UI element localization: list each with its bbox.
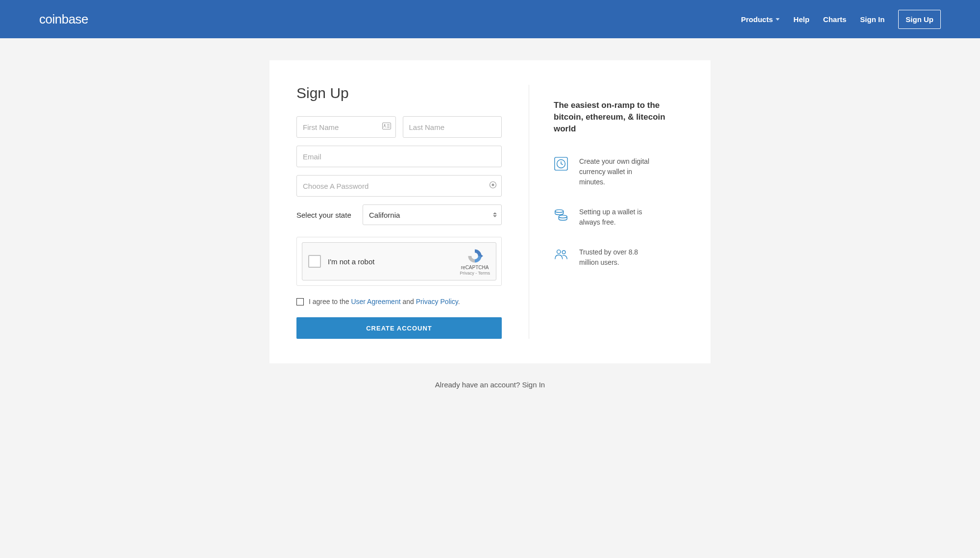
create-account-button[interactable]: CREATE ACCOUNT: [296, 317, 502, 339]
svg-point-11: [559, 215, 567, 218]
primary-nav: Products Help Charts Sign In Sign Up: [741, 10, 941, 29]
clock-icon: [554, 156, 568, 171]
chevron-down-icon: [776, 18, 780, 21]
nav-signup-button[interactable]: Sign Up: [898, 10, 941, 29]
svg-point-13: [562, 251, 565, 254]
feature-item: Trusted by over 8.8 million users.: [554, 247, 684, 268]
svg-point-1: [384, 124, 385, 126]
agree-checkbox[interactable]: [296, 298, 304, 305]
info-column: The easiest on-ramp to the bitcoin, ethe…: [529, 85, 710, 339]
feature-item: Setting up a wallet is always free.: [554, 207, 684, 228]
page-title: Sign Up: [296, 85, 502, 101]
password-input[interactable]: [296, 175, 502, 197]
info-heading: The easiest on-ramp to the bitcoin, ethe…: [554, 100, 684, 134]
site-header: coinbase Products Help Charts Sign In Si…: [0, 0, 980, 38]
recaptcha-container: I'm not a robot reCAPTCHA Privacy - Term…: [296, 237, 502, 286]
logo[interactable]: coinbase: [39, 12, 88, 27]
privacy-policy-link[interactable]: Privacy Policy: [416, 298, 458, 305]
people-icon: [554, 247, 568, 262]
nav-products[interactable]: Products: [741, 15, 780, 24]
svg-point-10: [555, 210, 564, 213]
svg-point-12: [557, 250, 561, 254]
first-name-input[interactable]: [296, 116, 396, 138]
recaptcha-icon: [466, 248, 483, 264]
feature-text: Setting up a wallet is always free.: [579, 207, 658, 228]
recaptcha-checkbox[interactable]: [308, 255, 321, 268]
signup-card: Sign Up Select your state: [270, 60, 710, 363]
email-input[interactable]: [296, 146, 502, 167]
password-manager-icon[interactable]: [489, 181, 497, 191]
last-name-input[interactable]: [403, 116, 502, 138]
user-agreement-link[interactable]: User Agreement: [351, 298, 400, 305]
svg-marker-7: [481, 254, 483, 257]
state-label: Select your state: [296, 211, 353, 219]
agree-text: I agree to the User Agreement and Privac…: [309, 298, 460, 305]
nav-charts[interactable]: Charts: [823, 15, 847, 24]
recaptcha-label: I'm not a robot: [328, 257, 453, 266]
form-column: Sign Up Select your state: [270, 85, 529, 339]
nav-signin[interactable]: Sign In: [860, 15, 884, 24]
feature-text: Trusted by over 8.8 million users.: [579, 247, 658, 268]
id-card-icon: [382, 123, 391, 131]
state-select[interactable]: California: [363, 204, 502, 225]
svg-point-6: [492, 184, 494, 186]
signin-link[interactable]: Sign In: [522, 380, 545, 389]
coins-icon: [554, 207, 568, 222]
nav-products-label: Products: [741, 15, 773, 24]
feature-text: Create your own digital currency wallet …: [579, 156, 658, 187]
recaptcha-brand: reCAPTCHA Privacy - Terms: [460, 248, 490, 276]
feature-item: Create your own digital currency wallet …: [554, 156, 684, 187]
nav-help[interactable]: Help: [793, 15, 809, 24]
already-have-account: Already have an account? Sign In: [0, 363, 980, 406]
